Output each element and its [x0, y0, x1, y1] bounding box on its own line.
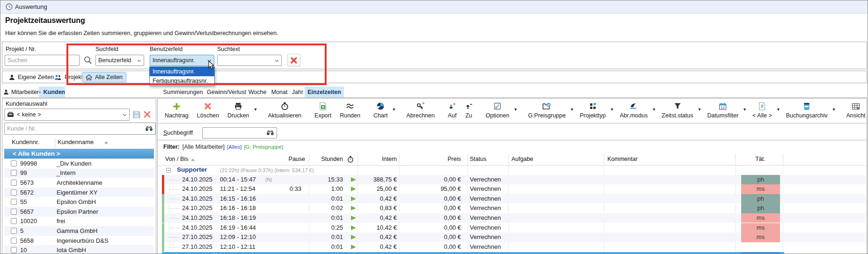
time-row[interactable]: 24.10.202511:21 - 12:540:331:0025,00 €95… — [161, 184, 866, 194]
project-search-input[interactable]: Suchen — [5, 55, 80, 66]
dropdown-arrow-icon[interactable]: ▼ — [254, 107, 258, 112]
view-tab-einzelzeiten[interactable]: Einzelzeiten — [305, 87, 344, 97]
toolbar-button-zeitst-status[interactable]: Zeitst.status — [657, 100, 697, 123]
tab-kunden[interactable]: Kunden — [39, 87, 65, 97]
col-taet[interactable]: Tät. — [738, 153, 783, 165]
row-checkbox[interactable] — [11, 199, 17, 205]
toolbar-button-drucken[interactable]: Drucken — [223, 100, 254, 123]
toolbar-button-export[interactable]: Export — [310, 100, 336, 123]
filter-part[interactable]: [Alle Mitarbeiter] — [182, 144, 225, 150]
partial-selected-row[interactable] — [162, 252, 784, 254]
group-name[interactable]: Supporter — [177, 166, 207, 173]
toolbar-button-aktualisieren[interactable]: Aktualisieren — [263, 100, 306, 123]
col-von-bis[interactable]: Von / Bis — [165, 153, 259, 165]
dropdown-arrow-icon[interactable]: ▼ — [570, 107, 574, 112]
dropdown-arrow-icon[interactable]: ▼ — [513, 107, 518, 112]
toolbar-button-alle[interactable]: #< Alle > — [748, 100, 776, 123]
clear-selection-button[interactable] — [143, 110, 151, 120]
dropdown-arrow-icon[interactable]: ▼ — [652, 107, 656, 112]
row-checkbox[interactable] — [11, 218, 17, 224]
time-row[interactable]: 27.10.202512:09 - 12:100:010,42 €0,00 €V… — [161, 232, 866, 242]
tab-mitarbeiter[interactable]: Mitarbeiter — [3, 87, 39, 97]
toolbar-button-abrechnen[interactable]: Abrechnen — [402, 100, 438, 123]
col-pause[interactable]: Pause — [263, 153, 305, 165]
customer-row[interactable]: 10Iota GmbH — [4, 245, 154, 254]
col-kommentar[interactable]: Kommentar — [607, 153, 673, 165]
view-tab-jahr[interactable]: Jahr — [290, 87, 306, 97]
cell-intern: 0,83 € — [357, 203, 397, 213]
toolbar-button-nachtrag[interactable]: Nachtrag — [160, 100, 193, 123]
customer-row[interactable]: 5658Ingenieurbüro D&S — [4, 236, 154, 246]
time-row[interactable]: 24.10.202500:14 - 15:47(N)15:33388,75 €0… — [161, 175, 866, 185]
toolbar-button-auf[interactable]: Auf — [444, 100, 461, 123]
toolbar-button-l-schen[interactable]: Löschen — [193, 100, 223, 123]
search-icon[interactable] — [83, 56, 93, 66]
benutzerfeld-combo[interactable]: Innenauftragsnr. — [150, 55, 214, 66]
dropdown-arrow-icon[interactable]: ▼ — [743, 107, 747, 112]
toolbar-button-optionen[interactable]: Optionen — [481, 100, 514, 123]
col-status[interactable]: Status — [470, 153, 507, 165]
filter-part[interactable]: [Alles] — [227, 144, 241, 150]
customer-selection-combo[interactable]: < keine > — [4, 109, 130, 121]
col-aufgabe[interactable]: Aufgabe — [511, 153, 568, 165]
col-kundenname[interactable]: Kundenname — [58, 138, 94, 145]
toolbar-button-chart[interactable]: Chart — [369, 100, 392, 123]
time-row[interactable]: 24.10.202516:16 - 16:180:020,83 €0,00 €V… — [161, 203, 866, 213]
customer-row[interactable]: 5673Architektenname — [4, 178, 154, 188]
row-checkbox[interactable] — [11, 170, 17, 176]
dropdown-arrow-icon[interactable]: ▼ — [776, 107, 780, 112]
row-checkbox[interactable] — [11, 180, 17, 186]
dropdown-option[interactable]: Innenauftragsnr. — [150, 67, 214, 76]
time-row[interactable]: 24.10.202516:19 - 16:440:2510,42 €0,00 €… — [161, 223, 866, 233]
toolbar-button-buchungsarchiv[interactable]: Buchungsarchiv — [782, 100, 832, 123]
customer-row[interactable]: 55Epsilon GmbH — [4, 197, 154, 207]
row-checkbox[interactable] — [11, 209, 17, 215]
view-tab-gewinnverlust[interactable]: Gewinn/Verlust — [205, 87, 248, 97]
customer-row[interactable]: 5672Eigentümer XY — [4, 188, 154, 197]
toolbar-button-abr-modus[interactable]: Abr.modus — [615, 100, 652, 123]
toolbar-button-g-preisgruppe[interactable]: G:Preisgruppe — [524, 100, 570, 123]
time-row[interactable]: 27.10.202512:10 - 12:110:010,42 €0,00 €V… — [161, 242, 866, 252]
col-kundennr[interactable]: Kundennr. — [12, 138, 39, 145]
row-checkbox[interactable] — [11, 238, 17, 244]
customer-row[interactable]: 5657Epsilon Partner — [4, 207, 154, 217]
customer-row[interactable]: 5Gamma GmbH — [4, 226, 154, 236]
suchbegriff-input[interactable] — [202, 127, 277, 138]
view-tab-monat[interactable]: Monat — [269, 87, 290, 97]
customer-row[interactable]: 99_Intern — [4, 168, 154, 178]
dropdown-option[interactable]: Fertigungsauftragsnr. — [150, 76, 214, 86]
time-row[interactable]: 24.10.202516:15 - 16:160:010,42 €0,00 €V… — [161, 194, 866, 204]
row-checkbox[interactable] — [11, 189, 17, 196]
dropdown-arrow-icon[interactable]: ▼ — [392, 107, 396, 112]
toolbar-button-ansicht[interactable]: Ansicht — [842, 100, 868, 123]
filter-part[interactable]: [G: Preisgruppe] — [244, 144, 283, 150]
col-intern[interactable]: Intern — [357, 153, 397, 165]
view-tab-woche[interactable]: Woche — [247, 87, 268, 97]
toolbar-button-projekttyp[interactable]: Projekttyp — [576, 100, 610, 123]
customer-table-header[interactable]: Kundennr. Kundenname — [4, 137, 154, 149]
col-preis[interactable]: Preis — [413, 153, 461, 165]
time-row[interactable]: 24.10.202516:18 - 16:190:010,42 €0,00 €V… — [161, 213, 866, 223]
scope-alle-zeiten[interactable]: Alle Zeiten — [82, 72, 126, 82]
customer-row[interactable]: 99998_Div Kunden — [4, 159, 154, 168]
customer-row[interactable]: 10020frei — [4, 217, 154, 226]
toolbar-button-zu[interactable]: Zu — [461, 100, 477, 123]
all-customers-row[interactable]: < Alle Kunden > — [4, 149, 154, 159]
view-tab-summierungen[interactable]: Summierungen — [161, 87, 204, 97]
save-selection-button[interactable] — [132, 110, 141, 120]
dropdown-arrow-icon[interactable]: ▼ — [698, 107, 702, 112]
scope-eigene-zeiten[interactable]: Eigene Zeiten — [5, 72, 58, 82]
clear-search-button[interactable] — [287, 54, 300, 67]
toolbar-button-runden[interactable]: Runden — [336, 100, 365, 123]
dropdown-arrow-icon[interactable]: ▼ — [832, 107, 836, 112]
suchtext-combo[interactable] — [217, 55, 282, 66]
row-checkbox[interactable] — [11, 160, 17, 167]
row-checkbox[interactable] — [11, 247, 17, 253]
suchfeld-combo[interactable]: Benutzerfeld — [95, 55, 144, 66]
toolbar-button-datumsfilter[interactable]: 12Datumsfilter — [703, 100, 743, 123]
customer-filter-input[interactable]: Kunde / Nr. — [4, 123, 156, 135]
collapse-icon[interactable] — [166, 168, 171, 173]
dropdown-arrow-icon[interactable]: ▼ — [610, 107, 614, 112]
row-checkbox[interactable] — [11, 228, 17, 234]
col-stunden[interactable]: Stunden — [307, 153, 343, 165]
